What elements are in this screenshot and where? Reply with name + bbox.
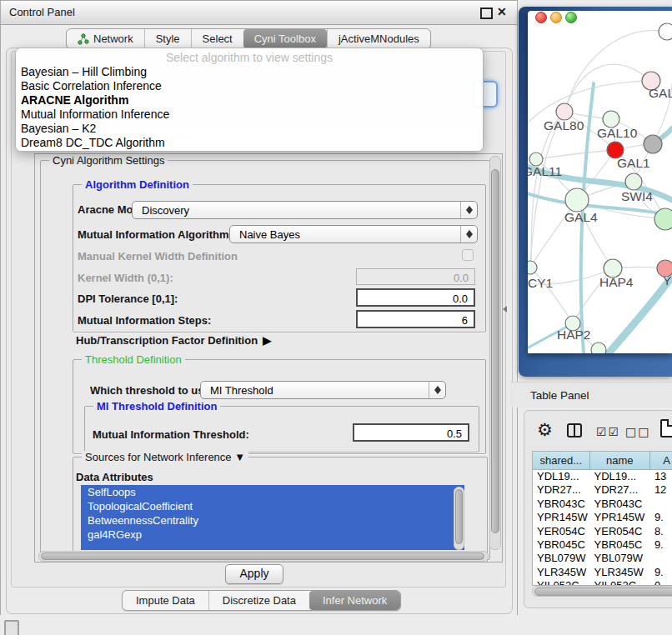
table-cell: YDL19... <box>533 470 590 483</box>
table-row[interactable]: YDR27...YDR27...12 <box>533 483 672 497</box>
tab-discretize-data[interactable]: Discretize Data <box>208 591 309 610</box>
algorithm-option[interactable]: Basic Correlation Inference <box>16 79 483 93</box>
dpi-tolerance-field[interactable]: 0.0 <box>356 288 475 307</box>
table-row[interactable]: YIL052CYIL052C0. <box>533 579 672 585</box>
float-window-icon[interactable] <box>480 8 493 19</box>
combo-stepper-icon <box>460 202 477 218</box>
table-cell: 9. <box>650 538 672 552</box>
network-icon <box>78 33 89 45</box>
attribute-item[interactable]: TopologicalCoefficient <box>81 499 464 513</box>
node-gray[interactable] <box>644 135 662 153</box>
mi-type-combo[interactable]: Naive Bayes <box>229 225 478 243</box>
which-threshold-combo[interactable]: MI Threshold <box>200 381 446 399</box>
mi-steps-field[interactable]: 6 <box>356 310 475 328</box>
select-all-checkboxes-icon[interactable]: ☑☑ <box>596 425 620 438</box>
table-cell: YDR27... <box>533 483 590 497</box>
node-gal1[interactable] <box>625 173 642 190</box>
tab-impute-data[interactable]: Impute Data <box>123 591 208 610</box>
table-row[interactable]: YBR043CYBR043C <box>533 498 672 511</box>
mi-type-value: Naive Bayes <box>239 228 300 241</box>
attributes-scrollbar-thumb[interactable] <box>455 489 463 544</box>
table-cell: YBL079W <box>533 552 590 565</box>
tab-cyni-toolbox[interactable]: Cyni Toolbox <box>243 29 327 48</box>
aracne-mode-combo[interactable]: Discovery <box>132 201 478 219</box>
hub-definition-toggle[interactable]: Hub/Transcription Factor Definition▶ <box>76 334 271 347</box>
settings-vscrollbar-thumb[interactable] <box>491 169 499 533</box>
cyni-algorithm-settings-title: Cyni Algorithm Settings <box>49 154 168 167</box>
attributes-scrollbar[interactable] <box>454 487 464 550</box>
table-cell: YBL079W <box>590 552 650 565</box>
table-header-cell[interactable]: name <box>590 452 650 470</box>
control-panel-tabs: NetworkStyleSelectCyni ToolboxjActiveMNo… <box>66 28 431 49</box>
table-cell: YPR145W <box>533 511 590 524</box>
export-table-icon[interactable] <box>660 419 672 438</box>
table-header-cell[interactable]: A <box>650 452 672 470</box>
zoom-traffic-light[interactable] <box>565 12 577 23</box>
manual-kernel-checkbox[interactable] <box>462 249 474 261</box>
table-cell: YDL19... <box>590 470 650 483</box>
mi-threshold-field[interactable]: 0.5 <box>353 423 469 442</box>
tab-network[interactable]: Network <box>67 29 144 48</box>
minimize-traffic-light[interactable] <box>550 12 562 23</box>
attribute-item[interactable]: SelfLoops <box>81 485 464 499</box>
table-cell: YIL052C <box>590 579 650 585</box>
tab-jactivemnodules[interactable]: jActiveMNodules <box>327 29 430 48</box>
tab-select[interactable]: Select <box>191 29 243 48</box>
minimized-panel-icon[interactable] <box>4 620 19 635</box>
network-canvas[interactable]: GAL2GAL80GAL10GAL1GAL11GAL4SWI4HAP4GCY1Y… <box>528 11 672 353</box>
settings-scrollpane: Cyni Algorithm Settings Algorithm Defini… <box>34 153 503 562</box>
kernel-width-field[interactable]: 0.0 <box>356 268 475 285</box>
control-panel-titlebar[interactable]: Control Panel ✕ <box>1 1 517 25</box>
table-header-cell[interactable]: shared... <box>533 452 590 470</box>
algorithm-option[interactable]: Dream8 DC_TDC Algorithm <box>16 136 483 150</box>
algorithm-option[interactable]: ARACNE Algorithm <box>16 93 483 108</box>
table-cell: 12 <box>650 483 672 497</box>
settings-vscrollbar[interactable] <box>489 156 501 550</box>
dpi-tolerance-label: DPI Tolerance [0,1]: <box>78 292 178 305</box>
sources-title: Sources for Network Inference <box>85 451 232 463</box>
node-gcy1[interactable] <box>528 261 537 274</box>
close-traffic-light[interactable] <box>535 12 547 23</box>
node-gal80[interactable] <box>556 103 573 120</box>
network-edge[interactable] <box>530 112 564 268</box>
algorithm-option[interactable]: Bayesian – K2 <box>16 122 483 136</box>
apply-button[interactable]: Apply <box>225 564 283 584</box>
kernel-width-label: Kernel Width (0,1): <box>78 272 173 284</box>
node-top-right[interactable] <box>659 23 672 40</box>
network-edge[interactable] <box>531 112 564 275</box>
manual-kernel-label: Manual Kernel Width Definition <box>78 250 238 262</box>
table-hscrollbar-thumb[interactable] <box>534 588 672 596</box>
algorithm-option[interactable]: Mutual Information Inference <box>16 108 483 122</box>
table-row[interactable]: YLR345WYLR345W9. <box>533 566 672 579</box>
node-swi4[interactable] <box>654 208 672 230</box>
node-bottom[interactable] <box>591 342 606 353</box>
node-gal4-label: GAL4 <box>564 210 598 224</box>
table-row[interactable]: YBR045CYBR045C9. <box>533 538 672 552</box>
table-hscrollbar[interactable] <box>532 586 672 597</box>
table-row[interactable]: YER054CYER054C8. <box>533 525 672 538</box>
panel-splitter-handle[interactable] <box>503 306 507 312</box>
show-columns-icon[interactable] <box>567 423 582 438</box>
hub-definition-label: Hub/Transcription Factor Definition <box>76 334 258 347</box>
close-icon[interactable]: ✕ <box>497 5 507 18</box>
tab-label: Select <box>203 29 233 48</box>
node-gal10[interactable] <box>603 111 619 128</box>
table-row[interactable]: YBL079WYBL079W <box>533 552 672 565</box>
settings-hscrollbar-thumb[interactable] <box>41 552 484 560</box>
node-gal4[interactable] <box>565 188 589 212</box>
tab-style[interactable]: Style <box>144 29 191 48</box>
gear-icon[interactable]: ⚙ <box>537 420 553 440</box>
tab-infer-network[interactable]: Infer Network <box>309 591 400 610</box>
settings-hscrollbar[interactable] <box>38 551 489 562</box>
algorithm-option[interactable]: Bayesian – Hill Climbing <box>16 65 483 79</box>
attribute-item[interactable]: gal4RGexp <box>81 528 464 542</box>
table-cell <box>650 498 672 511</box>
sources-toggle[interactable]: Sources for Network Inference ▼ <box>82 451 248 463</box>
attribute-item[interactable]: BetweennessCentrality <box>81 513 464 528</box>
data-attributes-list: SelfLoopsTopologicalCoefficientBetweenne… <box>81 485 464 550</box>
deselect-all-checkboxes-icon[interactable]: □□ <box>625 425 650 438</box>
node-gcy1-label: GCY1 <box>528 276 553 290</box>
table-row[interactable]: YPR145WYPR145W9. <box>533 511 672 524</box>
table-row[interactable]: YDL19...YDL19...13 <box>533 470 672 483</box>
network-edge[interactable] <box>564 64 651 112</box>
